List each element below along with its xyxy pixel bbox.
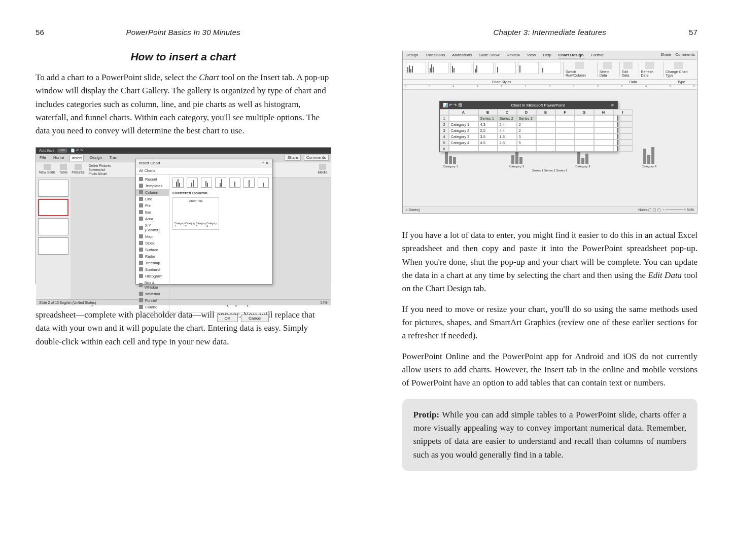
para-4: If you need to move or resize your chart…	[402, 303, 698, 343]
slide-thumbnail-pane	[36, 178, 71, 299]
cat-sunburst[interactable]: Sunburst	[136, 266, 169, 273]
edit-data-button[interactable]: Edit Data	[619, 62, 637, 77]
tab-transitions-2[interactable]: Transitions	[424, 52, 446, 58]
dialog-help-close[interactable]: ? ✕	[262, 161, 269, 165]
photo-album-button[interactable]: Photo Album	[89, 172, 111, 176]
tab-file[interactable]: File	[38, 155, 48, 161]
subtype-3[interactable]	[201, 178, 212, 188]
left-page: 56 PowerPoint Basics In 30 Minutes How t…	[0, 0, 367, 560]
cat-surface[interactable]: Surface	[136, 247, 169, 253]
subtype-1[interactable]	[172, 178, 184, 188]
ribbon-tabs-fig2: Design Transitions Animations Slide Show…	[403, 51, 697, 60]
page-number-left: 56	[36, 28, 51, 37]
subtype-4[interactable]	[215, 178, 226, 188]
refresh-data-button[interactable]: Refresh Data	[639, 62, 661, 77]
subtype-5[interactable]	[229, 178, 240, 188]
new-slide-button[interactable]: New Slide	[39, 164, 55, 176]
right-page: Chapter 3: Intermediate features 57 Desi…	[367, 0, 734, 560]
tab-help-2[interactable]: Help	[542, 52, 552, 58]
chart-style-1[interactable]	[406, 62, 426, 74]
group-chart-styles: Chart Styles	[406, 80, 598, 84]
subtype-6[interactable]	[243, 178, 255, 188]
subtype-title: Clustered Column	[172, 191, 269, 195]
cancel-button[interactable]: Cancel	[241, 314, 269, 322]
table-button[interactable]: Table	[59, 164, 68, 176]
chart-style-2[interactable]	[428, 62, 448, 74]
dialog-title: Insert Chart	[139, 161, 160, 165]
comments-button-2[interactable]: Comments	[675, 52, 695, 58]
comments-button[interactable]: Comments	[304, 155, 329, 161]
chart-design-toolbar: Switch Row/Column Select Data Edit Data …	[403, 60, 697, 80]
tab-transitions[interactable]: Tran	[108, 155, 119, 161]
cat-stock[interactable]: Stock	[136, 240, 169, 247]
zoom-level: 54%	[320, 301, 327, 304]
tab-design[interactable]: Design	[88, 155, 103, 161]
change-chart-type-button[interactable]: Change Chart Type	[663, 62, 694, 77]
slide-thumb-4[interactable]	[38, 237, 68, 255]
para-5: PowerPoint Online and the PowerPoint app…	[402, 350, 698, 390]
mini-spreadsheet-popup: 📊 ↶ ↷ 🖫 Chart in Microsoft PowerPoint ✕ …	[439, 101, 618, 152]
cat-waterfall[interactable]: Waterfall	[136, 291, 169, 297]
tab-format-2[interactable]: Format	[590, 52, 605, 58]
tab-design-2[interactable]: Design	[405, 52, 420, 58]
cat-templates[interactable]: Templates	[136, 183, 169, 189]
cat-recent[interactable]: Recent	[136, 176, 169, 183]
figure-chart-data-editor: Design Transitions Animations Slide Show…	[402, 51, 698, 214]
para-3: If you have a lot of data to enter, you …	[402, 229, 698, 296]
slide-thumb-1[interactable]	[38, 180, 68, 197]
status-bar-fig2: d States) Notes ▢ ▢ ▢ − ─────── + 54%	[403, 206, 697, 213]
group-type: Type	[669, 80, 694, 84]
insert-chart-dialog: Insert Chart ? ✕ All Charts Recent Templ…	[135, 159, 272, 285]
sheet-close-button[interactable]: ✕	[611, 103, 614, 108]
slide-thumb-2[interactable]	[38, 199, 68, 216]
book-title: PowerPoint Basics In 30 Minutes	[51, 28, 316, 37]
subtype-2[interactable]	[187, 178, 198, 188]
subtype-7[interactable]	[258, 178, 269, 188]
media-button[interactable]: Media	[318, 164, 327, 176]
tab-animations-2[interactable]: Animations	[451, 52, 473, 58]
chart-legend: Series 1 Series 2 Series 3	[413, 169, 687, 172]
switch-row-col-button[interactable]: Switch Row/Column	[563, 62, 595, 77]
tab-home[interactable]: Home	[52, 155, 65, 161]
chart-style-4[interactable]	[473, 62, 494, 74]
chart-style-5[interactable]	[496, 62, 516, 74]
share-button-2[interactable]: Share	[660, 52, 671, 58]
chart-preview: Chart Title Category 1Category 2Category…	[172, 197, 219, 230]
tab-chart-design[interactable]: Chart Design	[557, 52, 585, 58]
all-charts-tab[interactable]: All Charts	[136, 167, 272, 174]
chart-style-3[interactable]	[450, 62, 471, 74]
select-data-button[interactable]: Select Data	[597, 62, 617, 77]
cat-scatter[interactable]: X Y (Scatter)	[136, 222, 169, 233]
cat-pie[interactable]: Pie	[136, 202, 169, 209]
cat-combo[interactable]: Combo	[136, 304, 169, 310]
tab-insert[interactable]: Insert	[69, 155, 84, 161]
online-pictures-button[interactable]: Online Pictures	[89, 164, 111, 167]
chart-style-7[interactable]	[541, 62, 561, 74]
ok-button[interactable]: OK	[217, 314, 238, 322]
figure-insert-chart-dialog: AutoSave Off 📄 ↶ ↷ File Home Insert Desi…	[36, 147, 331, 284]
slide-thumb-3[interactable]	[38, 218, 68, 235]
cat-treemap[interactable]: Treemap	[136, 260, 169, 266]
cat-funnel[interactable]: Funnel	[136, 297, 169, 304]
pictures-button[interactable]: Pictures	[72, 164, 84, 176]
chapter-title: Chapter 3: Intermediate features	[417, 28, 683, 37]
cat-histogram[interactable]: Histogram	[136, 273, 169, 279]
horizontal-ruler: 6543210123456	[403, 85, 697, 90]
tab-view-2[interactable]: View	[526, 52, 537, 58]
cat-column[interactable]: Column	[136, 189, 169, 196]
share-button[interactable]: Share	[285, 155, 300, 161]
screenshot-button[interactable]: Screenshot	[89, 168, 111, 171]
cat-bar[interactable]: Bar	[136, 209, 169, 216]
tab-slideshow-2[interactable]: Slide Show	[478, 52, 501, 58]
section-heading: How to insert a chart	[36, 51, 331, 63]
tab-review-2[interactable]: Review	[506, 52, 521, 58]
cat-line[interactable]: Line	[136, 196, 169, 202]
cat-area[interactable]: Area	[136, 216, 169, 222]
group-data: Data	[598, 80, 669, 84]
cat-map[interactable]: Map	[136, 233, 169, 240]
chart-style-6[interactable]	[518, 62, 538, 74]
spreadsheet-grid[interactable]: ABCDEFGHI1Series 1Series 2Series 32Categ…	[440, 109, 617, 152]
cat-radar[interactable]: Radar	[136, 253, 169, 260]
protip-label: Protip:	[413, 410, 440, 419]
cat-box-whisker[interactable]: Box & Whisker	[136, 279, 169, 291]
